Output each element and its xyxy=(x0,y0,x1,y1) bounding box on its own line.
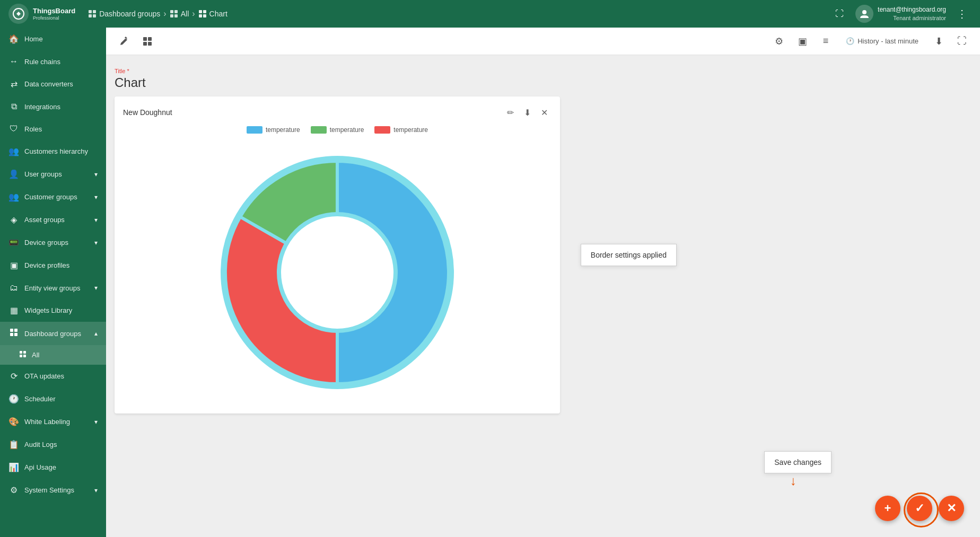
sidebar-item-white-labeling[interactable]: 🎨 White Labeling ▾ xyxy=(0,410,106,433)
asset-groups-icon: ◈ xyxy=(8,215,19,225)
device-groups-icon: 📟 xyxy=(8,237,19,248)
svg-point-13 xyxy=(862,10,867,14)
confirm-button[interactable]: ✓ xyxy=(907,496,932,521)
sidebar-item-scheduler[interactable]: 🕐 Scheduler xyxy=(0,388,106,410)
customer-groups-icon: 👥 xyxy=(8,192,19,202)
sidebar-item-api-usage[interactable]: 📊 Api Usage xyxy=(0,456,106,479)
fullscreen-dashboard-button[interactable]: ⛶ xyxy=(952,32,972,51)
svg-rect-2 xyxy=(93,10,96,13)
svg-rect-17 xyxy=(14,333,18,336)
sidebar-label-roles: Roles xyxy=(24,125,42,133)
sidebar-label-audit-logs: Audit Logs xyxy=(24,441,57,448)
scheduler-icon: 🕐 xyxy=(8,394,19,404)
chevron-down-icon: ▾ xyxy=(94,193,98,201)
svg-rect-16 xyxy=(10,333,13,336)
sidebar-item-entity-view-groups[interactable]: 🗂 Entity view groups ▾ xyxy=(0,277,106,299)
sidebar-item-home[interactable]: 🏠 Home xyxy=(0,28,106,50)
chart-legend: temperature temperature temperature xyxy=(123,126,552,134)
more-options-button[interactable]: ⋮ xyxy=(952,4,972,23)
sidebar-item-widgets-library[interactable]: ▦ Widgets Library xyxy=(0,299,106,322)
chart-container xyxy=(123,140,552,405)
svg-rect-21 xyxy=(23,355,26,357)
sidebar-item-asset-groups[interactable]: ◈ Asset groups ▾ xyxy=(0,208,106,231)
sidebar-subitem-all[interactable]: All xyxy=(0,345,106,365)
sidebar-label-user-groups: User groups xyxy=(24,170,62,178)
sidebar-item-roles[interactable]: 🛡 Roles xyxy=(0,118,106,140)
layout: 🏠 Home ↔ Rule chains ⇄ Data converters ⧉… xyxy=(0,28,980,537)
legend-color-blue xyxy=(247,126,262,134)
sidebar-item-system-settings[interactable]: ⚙ System Settings ▾ xyxy=(0,479,106,501)
widget-header: New Doughnut ✏ ⬇ ✕ xyxy=(123,105,552,120)
breadcrumb: Dashboard groups › All › Chart xyxy=(88,9,830,19)
breadcrumb-all[interactable]: All xyxy=(170,10,189,18)
sidebar-subitem-all-label: All xyxy=(32,351,39,359)
sidebar-item-device-groups[interactable]: 📟 Device groups ▾ xyxy=(0,231,106,254)
sidebar-item-customers-hierarchy[interactable]: 👥 Customers hierarchy xyxy=(0,140,106,163)
legend-label-1: temperature xyxy=(266,126,300,134)
settings-button[interactable]: ⚙ xyxy=(769,32,789,51)
svg-rect-12 xyxy=(203,14,206,17)
dashboard-content: Title * Chart New Doughnut ✏ ⬇ ✕ xyxy=(106,55,980,537)
chevron-down-icon: ▾ xyxy=(94,239,98,247)
save-arrow-icon: ↓ xyxy=(790,473,797,488)
filter-button[interactable]: ≡ xyxy=(816,32,835,51)
widget-close-button[interactable]: ✕ xyxy=(537,105,552,120)
breadcrumb-sep-2: › xyxy=(192,9,195,19)
sidebar-item-rule-chains[interactable]: ↔ Rule chains xyxy=(0,50,106,73)
add-dashboard-button[interactable]: + xyxy=(875,496,900,521)
history-label: History - last minute xyxy=(858,37,918,45)
cancel-button[interactable]: ✕ xyxy=(939,496,964,521)
breadcrumb-dashboard-groups[interactable]: Dashboard groups xyxy=(88,10,160,18)
widget-edit-button[interactable]: ✏ xyxy=(503,105,518,120)
sidebar-item-integrations[interactable]: ⧉ Integrations xyxy=(0,95,106,118)
sidebar-item-device-profiles[interactable]: ▣ Device profiles xyxy=(0,254,106,277)
fullscreen-button[interactable]: ⛶ xyxy=(830,4,849,23)
ota-updates-icon: ⟳ xyxy=(8,371,19,381)
chevron-down-icon: ▾ xyxy=(94,171,98,178)
svg-rect-8 xyxy=(174,14,178,17)
breadcrumb-chart[interactable]: Chart xyxy=(198,10,228,18)
user-role: Tenant administrator xyxy=(878,14,946,22)
sidebar-label-rule-chains: Rule chains xyxy=(24,58,60,66)
logo-icon xyxy=(8,4,29,24)
widgets-library-icon: ▦ xyxy=(8,305,19,315)
chevron-down-icon: ▾ xyxy=(94,487,98,494)
sidebar-item-dashboard-groups[interactable]: Dashboard groups ▴ xyxy=(0,322,106,345)
home-icon: 🏠 xyxy=(8,34,19,44)
history-button[interactable]: 🕐 History - last minute xyxy=(839,34,925,48)
save-changes-label: Save changes xyxy=(774,458,821,466)
audit-logs-icon: 📋 xyxy=(8,439,19,450)
sidebar-label-device-groups: Device groups xyxy=(24,239,68,247)
confirm-button-container: ✓ xyxy=(907,496,932,521)
sidebar-item-user-groups[interactable]: 👤 User groups ▾ xyxy=(0,163,106,186)
edit-mode-button[interactable] xyxy=(115,32,134,51)
dashboard-toolbar: ⚙ ▣ ≡ 🕐 History - last minute ⬇ ⛶ xyxy=(106,28,980,55)
entity-button[interactable]: ▣ xyxy=(793,32,812,51)
sidebar-label-scheduler: Scheduler xyxy=(24,395,56,403)
sidebar-item-data-converters[interactable]: ⇄ Data converters xyxy=(0,73,106,95)
download-button[interactable]: ⬇ xyxy=(929,32,948,51)
sidebar-item-audit-logs[interactable]: 📋 Audit Logs xyxy=(0,433,106,456)
system-settings-icon: ⚙ xyxy=(8,485,19,495)
sidebar-item-ota-updates[interactable]: ⟳ OTA updates xyxy=(0,365,106,388)
widget-download-button[interactable]: ⬇ xyxy=(520,105,535,120)
sidebar-label-white-labeling: White Labeling xyxy=(24,418,70,426)
main-content: ⚙ ▣ ≡ 🕐 History - last minute ⬇ ⛶ Title … xyxy=(106,28,980,537)
topbar-right: ⛶ tenant@thingsboard.org Tenant administ… xyxy=(830,4,972,23)
widget-actions: ✏ ⬇ ✕ xyxy=(503,105,552,120)
chevron-down-icon: ▾ xyxy=(94,216,98,224)
logo-subtext: Professional xyxy=(33,15,75,21)
svg-rect-7 xyxy=(170,14,173,17)
sidebar: 🏠 Home ↔ Rule chains ⇄ Data converters ⧉… xyxy=(0,28,106,537)
donut-chart xyxy=(215,151,459,394)
sidebar-label-asset-groups: Asset groups xyxy=(24,216,65,224)
svg-rect-23 xyxy=(148,37,152,41)
customers-hierarchy-icon: 👥 xyxy=(8,146,19,156)
breadcrumb-label-all: All xyxy=(181,10,189,18)
view-mode-button[interactable] xyxy=(138,32,157,51)
all-icon xyxy=(19,350,27,359)
sidebar-item-customer-groups[interactable]: 👥 Customer groups ▾ xyxy=(0,186,106,208)
sidebar-label-entity-view-groups: Entity view groups xyxy=(24,284,81,292)
roles-icon: 🛡 xyxy=(8,124,19,134)
save-changes-tooltip: Save changes xyxy=(764,451,832,473)
